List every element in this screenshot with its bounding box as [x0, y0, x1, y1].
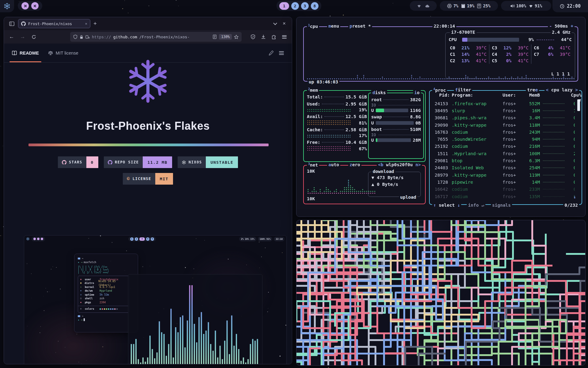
proc-box-title[interactable]: 4proc: [432, 87, 447, 93]
tab-mit-license[interactable]: MIT license: [48, 44, 78, 62]
core-column: C021%39°CC114%41°CC213%41°C: [447, 44, 489, 64]
proc-row[interactable]: 29081btopfros+6.3M0.2: [433, 157, 575, 164]
net-interface[interactable]: <b wlp0s20f0u n>: [377, 162, 422, 167]
window-close-button[interactable]: ×: [280, 19, 289, 28]
menu-button[interactable]: menu: [327, 24, 340, 29]
downloads-button[interactable]: [259, 32, 268, 41]
proc-row[interactable]: 1728pipewirefros+14M0.2: [433, 178, 575, 186]
pipes-screensaver: [296, 220, 585, 365]
list-tabs-button[interactable]: [270, 19, 280, 28]
fetch-info-row: ◷uptime5h 53m: [80, 293, 127, 297]
uptime: up 03:46:03: [307, 79, 339, 84]
tray-volume-wifi[interactable]: 100% 91%: [501, 1, 551, 11]
proc-scrollbar-thumb[interactable]: [577, 99, 580, 111]
bookmark-star-icon[interactable]: [234, 35, 239, 39]
mem-box-title[interactable]: 2mem: [307, 87, 319, 93]
new-tab-button[interactable]: +: [93, 20, 97, 27]
workspace-2[interactable]: 2: [291, 2, 299, 10]
mini-stats: 2% 20% 15%: [239, 237, 256, 241]
workspace-3[interactable]: 3: [301, 2, 309, 10]
sort-control[interactable]: < cpu lazy >: [545, 87, 579, 92]
preset-button[interactable]: preset *: [348, 24, 372, 29]
url-bar[interactable]: https://github.com/Frost-Phoenix/nixos- …: [70, 32, 242, 42]
core-name: C1: [450, 52, 459, 57]
io-mode-toggle[interactable]: io: [413, 90, 421, 95]
tab-close-button[interactable]: ×: [85, 21, 87, 26]
zoom-level-badge[interactable]: 130%: [219, 34, 232, 40]
dotted-leader: [383, 129, 409, 130]
fetch-key: user: [85, 278, 98, 282]
poll-rate-control[interactable]: - 500ms +: [548, 24, 575, 29]
mem-stat-line: Free:10.4 GiB: [307, 139, 367, 146]
select-control[interactable]: ↑ select ↓: [432, 203, 461, 208]
net-zero-button[interactable]: zero: [348, 162, 361, 167]
proc-row[interactable]: 30681.pipes.sh-wrafros+3.4M0.9: [433, 114, 575, 121]
btop-cpu-box: 1cpu menu preset * 22:00:14 - 500ms + i7…: [303, 26, 578, 82]
palette-dot: ●: [100, 308, 102, 310]
fetch-key: colors: [85, 307, 98, 311]
workspace-8[interactable]: 8: [311, 2, 318, 10]
info-control[interactable]: info ↵: [467, 203, 485, 208]
license-tab-label: MIT license: [56, 51, 78, 56]
proc-row[interactable]: 28979.kitty-wrappefros+119M0.0: [433, 171, 575, 178]
net-scale-bottom: 10K: [307, 196, 315, 201]
back-button[interactable]: ←: [7, 32, 16, 41]
nix-flake-logo: [124, 57, 172, 105]
desktop: 1238 7% 19% 25% 100% 91% 22:00 Frost-Pho…: [0, 0, 588, 368]
mini-workspace-1: 1: [130, 237, 134, 241]
cpu-history-graph: [306, 74, 576, 80]
filter-button[interactable]: filter: [454, 87, 472, 93]
badge-stars: STARS0: [58, 156, 98, 168]
proc-row[interactable]: 16763codiumfros+243M0.0: [433, 128, 575, 136]
cpu-box-title[interactable]: 1cpu: [307, 24, 319, 29]
tray-system-stats[interactable]: 7% 19% 25%: [440, 1, 498, 11]
proc-row[interactable]: 24403Isolated Webfros+254M0.0: [433, 164, 575, 171]
outline-icon[interactable]: [279, 51, 284, 55]
reload-button[interactable]: [29, 32, 38, 41]
proc-pid: 16763: [433, 130, 450, 135]
proc-row[interactable]: 38495slurpfros+16M1.9: [433, 107, 575, 114]
proc-scrollbar[interactable]: [577, 99, 580, 199]
proc-mem: 6.3M: [521, 158, 540, 163]
proc-row[interactable]: 24153.firefox-wrapfros+552M0.0: [433, 100, 575, 107]
signals-control[interactable]: signals: [491, 203, 512, 208]
reader-mode-icon[interactable]: [213, 35, 217, 39]
proc-mem: 3.4M: [521, 115, 540, 120]
nixos-launcher[interactable]: [0, 0, 14, 12]
proc-row[interactable]: 25192codiumfros+216M0.0: [433, 143, 575, 150]
clock-widget[interactable]: 22:00: [552, 0, 588, 12]
mem-label: Avail:: [307, 114, 323, 119]
mem-value: 2.95 GiB: [345, 102, 367, 106]
tray-network-widget[interactable]: [410, 1, 437, 11]
tree-toggle[interactable]: tree: [526, 87, 539, 92]
readme-tab-label: README: [20, 51, 39, 56]
sidebar-toggle-button[interactable]: [7, 19, 16, 28]
proc-row[interactable]: 16717codiumfros+135M0.0: [433, 193, 575, 200]
edit-pencil-icon[interactable]: [269, 51, 273, 56]
proc-row[interactable]: 1511.Hyprland-wrafros+100M2.2: [433, 150, 575, 157]
browser-tab[interactable]: Frost-Phoenix/nixos ×: [18, 19, 90, 28]
proc-program: codium: [450, 187, 503, 192]
disks-title[interactable]: disks: [371, 90, 387, 95]
badge-label: NIXOS: [178, 156, 206, 168]
core-pct: 2%: [501, 52, 511, 57]
extensions-button[interactable]: [269, 32, 278, 41]
proc-row[interactable]: 16642codiumfros+233M0.0: [433, 186, 575, 193]
net-auto-button[interactable]: auto: [327, 162, 340, 167]
app-menu-button[interactable]: [280, 32, 289, 41]
forward-button[interactable]: →: [18, 32, 27, 41]
core-row: C42%39°C: [492, 51, 529, 57]
shield-check-button[interactable]: [248, 32, 258, 41]
proc-program: slurp: [450, 108, 503, 113]
net-box-title[interactable]: 3net: [307, 162, 319, 167]
proc-row[interactable]: 29090.kitty-wrappefros+118M0.9: [433, 121, 575, 128]
proc-row[interactable]: 7655.SoundWireSerfros+94M0.2: [433, 136, 575, 143]
workspace-1[interactable]: 1: [279, 2, 289, 10]
btop-terminal: 1cpu menu preset * 22:00:14 - 500ms + i7…: [296, 17, 586, 217]
tab-readme[interactable]: README: [12, 44, 39, 62]
proc-user: fros+: [503, 123, 521, 128]
proc-cpu: 0.0: [567, 165, 575, 170]
media-next-button[interactable]: [31, 2, 39, 10]
palette-dots: ●●●●●●●●●: [100, 307, 118, 311]
media-prev-button[interactable]: [21, 2, 29, 10]
